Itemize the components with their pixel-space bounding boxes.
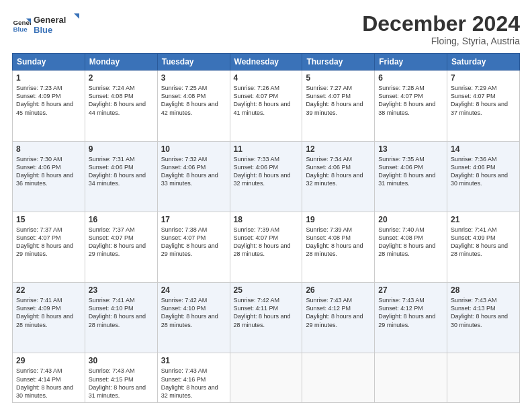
day-number: 31 bbox=[161, 356, 226, 365]
day-cell-28: 28 Sunrise: 7:43 AMSunset: 4:13 PMDaylig… bbox=[447, 283, 520, 353]
day-cell-12: 12 Sunrise: 7:34 AMSunset: 4:06 PMDaylig… bbox=[302, 141, 375, 212]
day-number: 30 bbox=[89, 356, 154, 365]
logo: General Blue General Blue bbox=[12, 12, 81, 36]
day-info: Sunrise: 7:34 AMSunset: 4:06 PMDaylight:… bbox=[306, 156, 363, 187]
day-info: Sunrise: 7:39 AMSunset: 4:07 PMDaylight:… bbox=[234, 226, 291, 257]
day-info: Sunrise: 7:43 AMSunset: 4:12 PMDaylight:… bbox=[306, 297, 363, 328]
day-info: Sunrise: 7:30 AMSunset: 4:06 PMDaylight:… bbox=[16, 156, 73, 187]
day-number: 22 bbox=[16, 285, 81, 295]
day-number: 6 bbox=[378, 73, 443, 83]
day-info: Sunrise: 7:43 AMSunset: 4:15 PMDaylight:… bbox=[89, 367, 146, 398]
day-cell-26: 26 Sunrise: 7:43 AMSunset: 4:12 PMDaylig… bbox=[302, 283, 375, 353]
day-number: 19 bbox=[306, 215, 371, 224]
day-info: Sunrise: 7:26 AMSunset: 4:07 PMDaylight:… bbox=[234, 85, 291, 116]
day-info: Sunrise: 7:35 AMSunset: 4:06 PMDaylight:… bbox=[378, 156, 435, 187]
day-info: Sunrise: 7:43 AMSunset: 4:12 PMDaylight:… bbox=[378, 297, 435, 328]
weekday-tuesday: Tuesday bbox=[157, 54, 230, 71]
svg-text:Blue: Blue bbox=[34, 25, 52, 35]
day-cell-10: 10 Sunrise: 7:32 AMSunset: 4:06 PMDaylig… bbox=[157, 141, 230, 212]
day-info: Sunrise: 7:41 AMSunset: 4:09 PMDaylight:… bbox=[16, 297, 73, 328]
day-info: Sunrise: 7:29 AMSunset: 4:07 PMDaylight:… bbox=[451, 85, 508, 116]
day-cell-2: 2 Sunrise: 7:24 AMSunset: 4:08 PMDayligh… bbox=[85, 71, 157, 141]
day-number: 15 bbox=[16, 215, 81, 224]
week-row-1: 1 Sunrise: 7:23 AMSunset: 4:09 PMDayligh… bbox=[13, 71, 520, 141]
day-number: 23 bbox=[89, 285, 154, 295]
day-info: Sunrise: 7:25 AMSunset: 4:08 PMDaylight:… bbox=[161, 85, 218, 116]
day-number: 8 bbox=[16, 144, 81, 154]
day-number: 29 bbox=[16, 356, 81, 365]
day-cell-18: 18 Sunrise: 7:39 AMSunset: 4:07 PMDaylig… bbox=[230, 212, 302, 282]
week-row-3: 15 Sunrise: 7:37 AMSunset: 4:07 PMDaylig… bbox=[13, 212, 520, 282]
day-cell-5: 5 Sunrise: 7:27 AMSunset: 4:07 PMDayligh… bbox=[302, 71, 375, 141]
day-info: Sunrise: 7:23 AMSunset: 4:09 PMDaylight:… bbox=[16, 85, 73, 116]
day-number: 13 bbox=[378, 144, 443, 154]
day-number: 7 bbox=[451, 73, 516, 83]
day-info: Sunrise: 7:43 AMSunset: 4:14 PMDaylight:… bbox=[16, 367, 73, 398]
weekday-thursday: Thursday bbox=[302, 54, 375, 71]
day-cell-11: 11 Sunrise: 7:33 AMSunset: 4:06 PMDaylig… bbox=[230, 141, 302, 212]
week-row-2: 8 Sunrise: 7:30 AMSunset: 4:06 PMDayligh… bbox=[13, 141, 520, 212]
day-info: Sunrise: 7:43 AMSunset: 4:13 PMDaylight:… bbox=[451, 297, 508, 328]
day-number: 2 bbox=[89, 73, 154, 83]
day-cell-25: 25 Sunrise: 7:42 AMSunset: 4:11 PMDaylig… bbox=[230, 283, 302, 353]
day-number: 28 bbox=[451, 285, 516, 295]
day-number: 25 bbox=[234, 285, 299, 295]
day-number: 14 bbox=[451, 144, 516, 154]
day-number: 5 bbox=[306, 73, 371, 83]
day-cell-17: 17 Sunrise: 7:38 AMSunset: 4:07 PMDaylig… bbox=[157, 212, 230, 282]
day-cell-16: 16 Sunrise: 7:37 AMSunset: 4:07 PMDaylig… bbox=[85, 212, 157, 282]
day-info: Sunrise: 7:28 AMSunset: 4:07 PMDaylight:… bbox=[378, 85, 435, 116]
day-info: Sunrise: 7:42 AMSunset: 4:10 PMDaylight:… bbox=[161, 297, 218, 328]
day-number: 1 bbox=[16, 73, 81, 83]
day-number: 17 bbox=[161, 215, 226, 224]
day-number: 27 bbox=[378, 285, 443, 295]
header: General Blue General Blue December 2024 … bbox=[12, 12, 520, 46]
day-cell-24: 24 Sunrise: 7:42 AMSunset: 4:10 PMDaylig… bbox=[157, 283, 230, 353]
weekday-friday: Friday bbox=[375, 54, 447, 71]
month-title: December 2024 bbox=[362, 12, 520, 36]
day-info: Sunrise: 7:33 AMSunset: 4:06 PMDaylight:… bbox=[234, 156, 291, 187]
empty-cell bbox=[375, 353, 447, 403]
svg-text:General: General bbox=[34, 15, 66, 25]
day-cell-13: 13 Sunrise: 7:35 AMSunset: 4:06 PMDaylig… bbox=[375, 141, 447, 212]
svg-text:Blue: Blue bbox=[13, 26, 28, 33]
title-area: December 2024 Floing, Styria, Austria bbox=[362, 12, 520, 46]
logo-svg: General Blue bbox=[34, 12, 81, 36]
weekday-sunday: Sunday bbox=[13, 54, 85, 71]
weekday-header-row: SundayMondayTuesdayWednesdayThursdayFrid… bbox=[13, 54, 520, 71]
day-info: Sunrise: 7:32 AMSunset: 4:06 PMDaylight:… bbox=[161, 156, 218, 187]
day-number: 11 bbox=[234, 144, 299, 154]
day-cell-19: 19 Sunrise: 7:39 AMSunset: 4:08 PMDaylig… bbox=[302, 212, 375, 282]
day-info: Sunrise: 7:27 AMSunset: 4:07 PMDaylight:… bbox=[306, 85, 363, 116]
day-cell-14: 14 Sunrise: 7:36 AMSunset: 4:06 PMDaylig… bbox=[447, 141, 520, 212]
day-info: Sunrise: 7:39 AMSunset: 4:08 PMDaylight:… bbox=[306, 226, 363, 257]
day-cell-3: 3 Sunrise: 7:25 AMSunset: 4:08 PMDayligh… bbox=[157, 71, 230, 141]
calendar-table: SundayMondayTuesdayWednesdayThursdayFrid… bbox=[12, 53, 520, 403]
day-cell-20: 20 Sunrise: 7:40 AMSunset: 4:08 PMDaylig… bbox=[375, 212, 447, 282]
day-number: 9 bbox=[89, 144, 154, 154]
svg-marker-5 bbox=[74, 13, 79, 19]
day-number: 26 bbox=[306, 285, 371, 295]
day-info: Sunrise: 7:37 AMSunset: 4:07 PMDaylight:… bbox=[16, 226, 73, 257]
day-cell-21: 21 Sunrise: 7:41 AMSunset: 4:09 PMDaylig… bbox=[447, 212, 520, 282]
day-cell-6: 6 Sunrise: 7:28 AMSunset: 4:07 PMDayligh… bbox=[375, 71, 447, 141]
day-cell-23: 23 Sunrise: 7:41 AMSunset: 4:10 PMDaylig… bbox=[85, 283, 157, 353]
day-number: 21 bbox=[451, 215, 516, 224]
empty-cell bbox=[230, 353, 302, 403]
day-info: Sunrise: 7:24 AMSunset: 4:08 PMDaylight:… bbox=[89, 85, 146, 116]
empty-cell bbox=[447, 353, 520, 403]
day-info: Sunrise: 7:38 AMSunset: 4:07 PMDaylight:… bbox=[161, 226, 218, 257]
day-cell-4: 4 Sunrise: 7:26 AMSunset: 4:07 PMDayligh… bbox=[230, 71, 302, 141]
day-number: 4 bbox=[234, 73, 299, 83]
day-info: Sunrise: 7:43 AMSunset: 4:16 PMDaylight:… bbox=[161, 367, 218, 398]
day-number: 24 bbox=[161, 285, 226, 295]
day-cell-31: 31 Sunrise: 7:43 AMSunset: 4:16 PMDaylig… bbox=[157, 353, 230, 403]
day-cell-22: 22 Sunrise: 7:41 AMSunset: 4:09 PMDaylig… bbox=[13, 283, 85, 353]
logo-icon: General Blue bbox=[12, 15, 31, 34]
day-number: 3 bbox=[161, 73, 226, 83]
day-info: Sunrise: 7:41 AMSunset: 4:10 PMDaylight:… bbox=[89, 297, 146, 328]
weekday-monday: Monday bbox=[85, 54, 157, 71]
day-info: Sunrise: 7:36 AMSunset: 4:06 PMDaylight:… bbox=[451, 156, 508, 187]
calendar-page: General Blue General Blue December 2024 … bbox=[0, 0, 532, 411]
day-cell-1: 1 Sunrise: 7:23 AMSunset: 4:09 PMDayligh… bbox=[13, 71, 85, 141]
